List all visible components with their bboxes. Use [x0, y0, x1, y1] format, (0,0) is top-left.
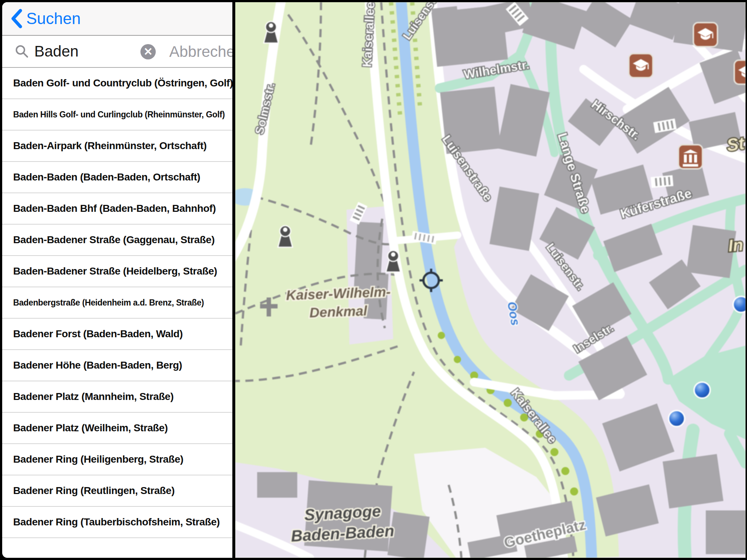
back-button-label: Suchen — [26, 9, 81, 28]
panel-header: Suchen — [2, 2, 232, 36]
search-input[interactable]: Baden — [34, 43, 78, 60]
search-panel: Suchen Baden ✕ Abbrechen Baden Golf- und… — [2, 2, 232, 558]
list-item[interactable]: Baden-Baden (Baden-Baden, Ortschaft) — [2, 162, 232, 193]
list-item[interactable]: Badener Platz (Mannheim, Straße) — [2, 381, 232, 413]
cancel-button[interactable]: Abbrechen — [169, 36, 232, 68]
list-item[interactable]: Baden-Airpark (Rheinmünster, Ortschaft) — [2, 131, 232, 162]
list-item[interactable]: Badenbergstraße (Heidenheim a.d. Brenz, … — [2, 287, 232, 319]
list-item[interactable]: Badener Forst (Baden-Baden, Wald) — [2, 319, 232, 350]
search-results-list: Baden Golf- und Countryclub (Östringen, … — [2, 68, 232, 558]
search-bar: Baden ✕ Abbrechen — [2, 36, 232, 68]
list-item[interactable]: Baden Hills Golf- und Curlingclub (Rhein… — [2, 99, 232, 131]
list-item[interactable]: Baden-Badener Straße (Heidelberg, Straße… — [2, 256, 232, 287]
search-icon — [15, 44, 29, 59]
district-label: In — [727, 235, 744, 255]
map-canvas[interactable]: Kaiserallee Luisenstraße Wilhelmstr. Lui… — [235, 2, 746, 558]
chevron-left-icon — [10, 8, 23, 29]
list-item[interactable]: Badener Ring (Heiligenberg, Straße) — [2, 444, 232, 475]
list-item[interactable]: Badener Ring (Reutlingen, Straße) — [2, 475, 232, 507]
district-label: St — [725, 133, 746, 155]
app-window: Suchen Baden ✕ Abbrechen Baden Golf- und… — [0, 0, 747, 560]
list-item[interactable]: Badener Höhe (Baden-Baden, Berg) — [2, 350, 232, 381]
list-item[interactable]: Baden-Baden Bhf (Baden-Baden, Bahnhof) — [2, 193, 232, 225]
list-item[interactable]: Baden Golf- und Countryclub (Östringen, … — [2, 68, 232, 99]
list-item[interactable]: Badener Platz (Weilheim, Straße) — [2, 413, 232, 444]
back-button[interactable]: Suchen — [10, 8, 81, 29]
poi-label: Denkmal — [309, 303, 368, 320]
museum-icon[interactable] — [678, 145, 703, 169]
list-item[interactable]: Badener Ring (Tauberbischofsheim, Straße… — [2, 507, 232, 538]
clear-search-button[interactable]: ✕ — [140, 44, 156, 59]
list-item[interactable]: Baden-Badener Straße (Gaggenau, Straße) — [2, 225, 232, 256]
